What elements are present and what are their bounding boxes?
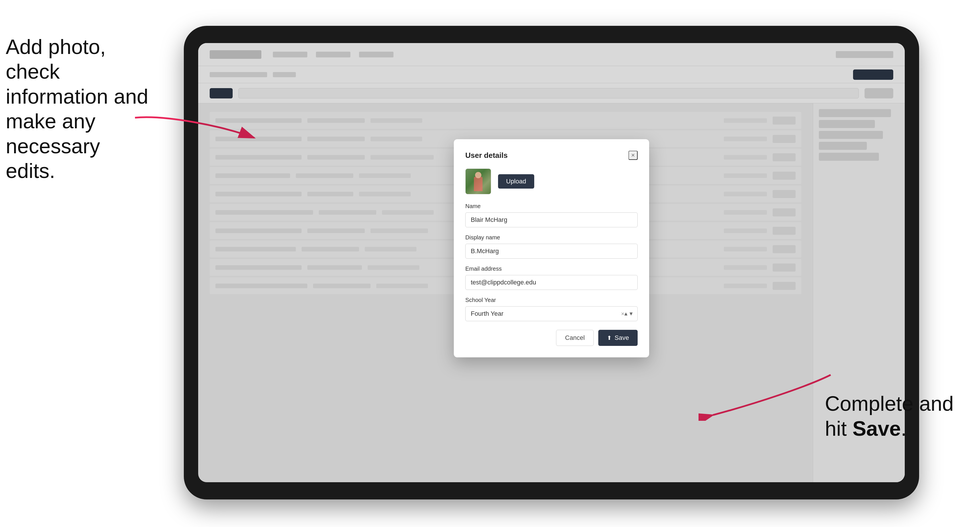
display-name-field-group: Display name: [465, 234, 638, 259]
name-input[interactable]: [465, 213, 638, 227]
tablet-screen: User details × Upload Name Dis: [198, 43, 905, 482]
modal-header: User details ×: [465, 151, 638, 160]
tablet-device: User details × Upload Name Dis: [184, 26, 919, 500]
name-label: Name: [465, 203, 638, 210]
school-year-field-group: School Year Fourth Year × ▲▼: [465, 297, 638, 321]
display-name-label: Display name: [465, 234, 638, 241]
name-field-group: Name: [465, 203, 638, 227]
photo-image: [466, 169, 491, 194]
cancel-button[interactable]: Cancel: [556, 330, 593, 346]
modal-close-button[interactable]: ×: [628, 151, 638, 160]
user-details-modal: User details × Upload Name Dis: [454, 139, 649, 357]
annotation-left-text: Add photo, check information and make an…: [6, 35, 155, 183]
display-name-input[interactable]: [465, 244, 638, 259]
modal-title: User details: [465, 151, 508, 160]
modal-footer: Cancel ⬆ Save: [465, 330, 638, 346]
school-year-select-wrapper: Fourth Year × ▲▼: [465, 306, 638, 321]
school-year-label: School Year: [465, 297, 638, 303]
select-arrow-icon: ▲▼: [623, 311, 633, 317]
school-year-select[interactable]: Fourth Year: [465, 306, 638, 321]
photo-section: Upload: [465, 168, 638, 194]
save-label: Save: [615, 334, 629, 341]
save-icon: ⬆: [607, 334, 612, 341]
upload-photo-button[interactable]: Upload: [498, 174, 534, 189]
email-label: Email address: [465, 265, 638, 272]
email-input[interactable]: [465, 275, 638, 290]
save-button[interactable]: ⬆ Save: [598, 330, 638, 346]
email-field-group: Email address: [465, 265, 638, 290]
school-year-value: Fourth Year: [471, 310, 503, 317]
photo-thumbnail: [465, 168, 491, 194]
modal-overlay: User details × Upload Name Dis: [198, 43, 905, 482]
